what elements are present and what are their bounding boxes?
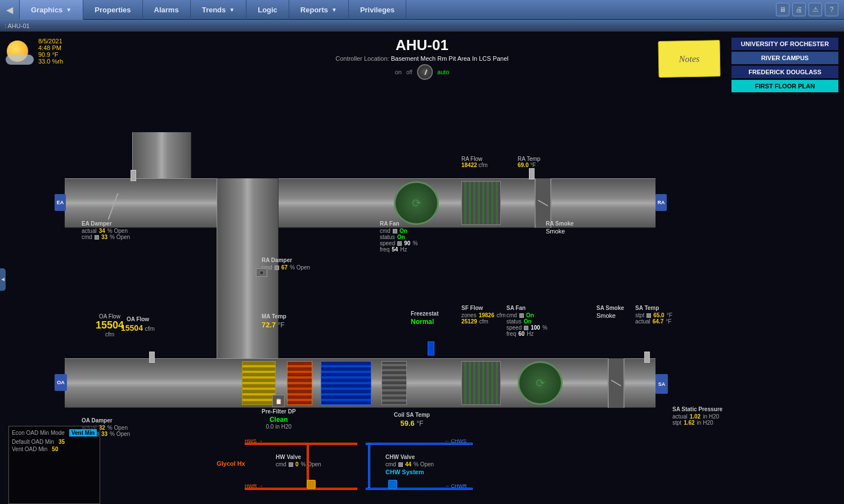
ma-temp-box: MA Temp 72.7 °F — [262, 313, 286, 329]
title-bar-label: : AHU-01 — [5, 22, 30, 29]
oa-damper-cmd-val: 33 — [101, 431, 107, 437]
notes-button[interactable]: Notes — [658, 40, 720, 78]
pre-filter-box: 📋 Pre-Filter DP Clean 0.0 in H20 — [262, 395, 296, 430]
help-icon-btn[interactable]: ? — [825, 3, 838, 16]
sa-static-label: SA Static Pressure — [672, 406, 722, 412]
pre-filter-value: 0.0 in H20 — [262, 424, 296, 430]
ra-smoke-label: RA Smoke — [546, 220, 574, 227]
freezestat-label: Freezestat — [411, 310, 438, 317]
sa-fan-visual: ⟳ — [518, 361, 563, 405]
ra-fan-cmd-val: On — [399, 228, 407, 234]
sa-fan-speed-indicator — [524, 326, 528, 330]
nav-icon-group: 🖥 🖨 ⚠ ? — [776, 3, 844, 16]
pre-filter-status: Clean — [262, 416, 296, 424]
ra-temp-label: RA Temp 69.0 °F — [518, 156, 540, 168]
trends-dropdown-arrow: ▼ — [229, 7, 235, 13]
ea-sensor — [131, 170, 136, 181]
chw-valve-indicator — [388, 480, 397, 489]
sa-temp-stpt-indicator — [647, 313, 651, 318]
coil-sa-temp-unit: °F — [416, 420, 423, 428]
title-bar: : AHU-01 — [0, 20, 844, 32]
right-nav-buttons: UNIVERSITY OF ROCHESTER RIVER CAMPUS FRE… — [731, 38, 838, 94]
chw-pipe-v — [368, 443, 370, 488]
freezestat-box: Freezestat Normal — [411, 310, 438, 326]
ra-smoke-value: Smoke — [546, 228, 574, 235]
mixing-duct-vertical — [217, 178, 279, 364]
first-floor-plan-btn[interactable]: FIRST FLOOR PLAN — [731, 80, 838, 92]
ra-filter-visual — [461, 181, 501, 225]
ra-fan-cmd-indicator — [393, 229, 397, 233]
sa-smoke-value: Smoke — [596, 312, 624, 319]
controller-loc-value: Basement Mech Rm Pit Area In LCS Panel — [391, 55, 509, 62]
ahu-title: AHU-01 — [335, 37, 509, 54]
coil-sa-temp-value: 59.6 — [401, 419, 415, 428]
river-campus-btn[interactable]: RIVER CAMPUS — [731, 52, 838, 64]
oa-flow-main-box: OA Flow 15504 cfm — [65, 313, 155, 338]
ma-temp-value: 72.7 — [262, 321, 276, 329]
print-icon-btn[interactable]: 🖨 — [792, 3, 806, 16]
sa-smoke-label: SA Smoke — [596, 305, 624, 311]
univ-rochester-btn[interactable]: UNIVERSITY OF ROCHESTER — [731, 38, 838, 50]
nav-logic[interactable]: Logic — [246, 0, 289, 20]
sa-fan-freq-val: 60 — [518, 331, 524, 337]
econ-mode-row: Econ OAD Min Mode Vent Min — [12, 429, 97, 436]
chw-valve-cmd-row: cmd 44 % Open — [385, 461, 434, 467]
frederick-douglass-btn[interactable]: FREDERICK DOUGLASS — [731, 66, 838, 78]
ma-temp-label: MA Temp — [262, 313, 286, 320]
sa-fan-freq-row: freq 60 Hz — [506, 331, 547, 337]
sa-damper-visual — [608, 358, 625, 408]
weather-temp: 90.9 °F — [38, 51, 63, 58]
nav-alarms[interactable]: Alarms — [143, 0, 191, 20]
nav-reports[interactable]: Reports ▼ — [289, 0, 349, 20]
ra-arrow-area: RA — [656, 194, 667, 211]
chw-coil-visual — [321, 361, 371, 405]
chw-valve-cmd-val: 44 — [405, 461, 411, 467]
fan-dial[interactable] — [417, 64, 433, 80]
monitor-icon-btn[interactable]: 🖥 — [776, 3, 789, 16]
nav-privileges[interactable]: Privileges — [349, 0, 406, 20]
ra-flow-unit: cfm — [479, 162, 488, 168]
top-navigation: ◀ Graphics ▼ Properties Alarms Trends ▼ … — [0, 0, 844, 20]
ra-fan-freq-row: freq 54 Hz — [380, 246, 417, 253]
ra-fan-box: RA Fan cmd On status On speed 90 % freq … — [380, 220, 417, 253]
alert-icon-btn[interactable]: ⚠ — [809, 3, 822, 16]
ra-fan-status-row: status On — [380, 234, 417, 240]
econ-mode-val: Vent Min — [69, 429, 97, 436]
sa-fan-cmd-indicator — [519, 313, 524, 318]
sa-temp-stpt-val: 65.0 — [653, 312, 664, 318]
ra-fan-freq-val: 54 — [392, 246, 398, 253]
nav-trends[interactable]: Trends ▼ — [191, 0, 247, 20]
ea-damper-cmd-val: 33 — [101, 234, 107, 240]
weather-date: 8/5/2021 — [38, 38, 63, 44]
oa-label: OA — [55, 374, 67, 391]
ra-fan-speed-row: speed 90 % — [380, 240, 417, 246]
chw-valve-box: CHW Valve cmd 44 % Open CHW System — [385, 454, 434, 475]
hw-valve-cmd-indicator — [289, 462, 293, 467]
ea-damper-cmd-indicator — [95, 235, 99, 240]
nav-properties[interactable]: Properties — [83, 0, 142, 20]
econ-box: Econ OAD Min Mode Vent Min Default OAD M… — [8, 426, 100, 504]
econ-vent-val: 50 — [52, 446, 58, 452]
controller-loc-label: Controller Location: — [335, 55, 389, 62]
ra-fan-speed-val: 90 — [404, 240, 410, 246]
oa-duct — [65, 358, 217, 408]
glycol-hx-label: Glycol Hx — [217, 460, 245, 467]
nav-graphics[interactable]: Graphics ▼ — [20, 0, 83, 20]
mode-auto-label: auto — [437, 69, 449, 75]
freezestat-indicator — [428, 341, 434, 356]
ra-smoke-box: RA Smoke Smoke — [546, 220, 574, 235]
hw-valve-box: HW Valve cmd 0 % Open — [276, 454, 321, 467]
freezestat-value: Normal — [411, 318, 438, 326]
sf-flow-label: SF Flow — [461, 305, 506, 311]
ra-flow-label: RA Flow 18422 cfm — [461, 156, 488, 168]
supply-coil-visual — [381, 361, 407, 405]
sf-flow-box: SF Flow zones 19826 cfm 25129 cfm — [461, 305, 506, 325]
ea-damper-actual-row: actual 34 % Open — [82, 228, 130, 234]
weather-time: 4:48 PM — [38, 44, 63, 51]
pre-filter-icon: 📋 — [272, 395, 285, 407]
oa-flow-main-label: OA Flow — [65, 313, 155, 320]
hvac-diagram: RA Flow 18422 cfm RA Temp 69.0 °F EA RA … — [0, 128, 844, 504]
back-button[interactable]: ◀ — [0, 0, 20, 20]
econ-default-row: Default OAD Min 35 — [12, 439, 97, 445]
hw-valve-indicator — [307, 480, 316, 489]
